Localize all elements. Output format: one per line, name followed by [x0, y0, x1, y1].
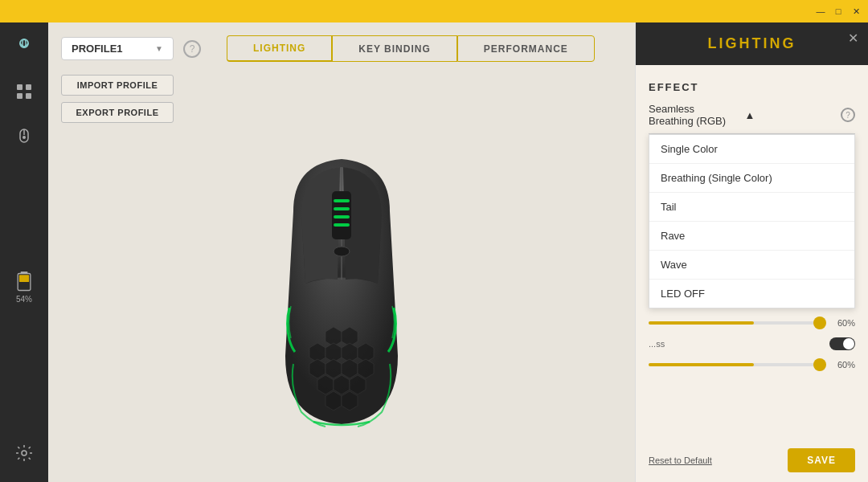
brightness-slider-row: 60% — [649, 318, 855, 328]
tab-lighting[interactable]: LIGHTING — [227, 35, 332, 62]
help-button[interactable]: ? — [183, 40, 201, 58]
top-bar: PROFILE1 ▼ ? LIGHTING KEY BINDING PERFOR… — [61, 35, 622, 62]
panel-close-button[interactable]: ✕ — [848, 32, 858, 45]
svg-point-8 — [23, 136, 26, 139]
effect-section-label: EFFECT — [649, 81, 855, 93]
brightness-slider-track[interactable] — [649, 321, 825, 325]
dropdown-item-breathing-single[interactable]: Breathing (Single Color) — [649, 164, 854, 193]
dropdown-item-wave[interactable]: Wave — [649, 251, 854, 280]
svg-rect-15 — [334, 199, 350, 202]
profile-select[interactable]: PROFILE1 ▼ — [61, 37, 174, 60]
speed-slider-track[interactable] — [649, 363, 825, 366]
panel-body: EFFECT Seamless Breathing (RGB) ▲ ? Sing… — [636, 65, 868, 439]
save-button[interactable]: SAVE — [788, 448, 855, 472]
logo-icon[interactable] — [8, 31, 40, 63]
svg-rect-4 — [17, 93, 23, 99]
tab-key-binding[interactable]: KEY BINDING — [332, 35, 457, 62]
effect-dropdown-menu: Single Color Breathing (Single Color) Ta… — [649, 134, 855, 308]
svg-point-12 — [22, 451, 27, 455]
svg-rect-17 — [334, 215, 350, 219]
speed-slider-fill — [649, 363, 754, 366]
panel-title: LIGHTING — [708, 35, 796, 52]
tab-performance[interactable]: PERFORMANCE — [457, 35, 595, 62]
speed-slider-thumb[interactable] — [813, 358, 826, 371]
brightness-slider-fill — [649, 321, 754, 325]
svg-rect-3 — [26, 84, 31, 90]
title-bar: — □ ✕ — [0, 0, 868, 22]
dropdown-item-tail[interactable]: Tail — [649, 193, 854, 222]
title-bar-controls: — □ ✕ — [815, 6, 862, 17]
nav-tabs: LIGHTING KEY BINDING PERFORMANCE — [227, 35, 595, 62]
sidebar: 54% — [0, 22, 48, 482]
window-close-button[interactable]: ✕ — [850, 6, 862, 17]
dropdown-up-arrow: ▲ — [745, 109, 835, 121]
brightness-slider-thumb[interactable] — [813, 317, 826, 329]
panel-header: LIGHTING ✕ — [636, 22, 868, 65]
mouse-device-icon[interactable] — [8, 120, 40, 153]
maximize-button[interactable]: □ — [833, 6, 844, 17]
svg-rect-5 — [26, 93, 31, 99]
speed-slider-row: 60% — [649, 360, 855, 370]
import-profile-button[interactable]: IMPORT PROFILE — [61, 75, 174, 96]
svg-rect-2 — [17, 84, 23, 90]
seamless-toggle-row: ...ss — [649, 337, 855, 350]
settings-icon[interactable] — [8, 437, 40, 469]
toggle-label: ...ss — [649, 339, 823, 349]
profile-buttons: IMPORT PROFILE EXPORT PROFILE — [61, 75, 622, 123]
dropdown-item-single-color[interactable]: Single Color — [649, 135, 854, 164]
export-profile-button[interactable]: EXPORT PROFILE — [61, 102, 174, 123]
effect-dropdown-trigger[interactable]: Seamless Breathing (RGB) ▲ ? — [649, 103, 855, 134]
battery-info: 54% — [16, 271, 32, 304]
minimize-button[interactable]: — — [815, 6, 826, 17]
profile-name: PROFILE1 — [72, 43, 123, 55]
battery-percent: 54% — [16, 295, 32, 304]
svg-rect-18 — [334, 223, 350, 227]
svg-point-19 — [334, 247, 350, 256]
seamless-toggle[interactable] — [829, 337, 855, 350]
svg-rect-11 — [19, 275, 29, 282]
effect-help-button[interactable]: ? — [841, 108, 855, 122]
dropdown-item-led-off[interactable]: LED OFF — [649, 280, 854, 308]
brightness-value: 60% — [831, 318, 855, 328]
sliders-area: 60% ...ss 60% — [649, 308, 855, 379]
reset-default-button[interactable]: Reset to Default — [649, 455, 712, 465]
profile-dropdown-arrow: ▼ — [155, 44, 163, 53]
panel-footer: Reset to Default SAVE — [636, 439, 868, 482]
svg-rect-16 — [334, 207, 350, 210]
grid-icon[interactable] — [8, 76, 40, 108]
toggle-thumb — [843, 338, 854, 349]
main-content: PROFILE1 ▼ ? LIGHTING KEY BINDING PERFOR… — [48, 22, 635, 482]
mouse-visual — [245, 147, 438, 436]
speed-value: 60% — [831, 360, 855, 370]
right-panel: LIGHTING ✕ EFFECT Seamless Breathing (RG… — [635, 22, 868, 482]
mouse-image-area — [61, 139, 622, 444]
dropdown-item-rave[interactable]: Rave — [649, 222, 854, 251]
selected-effect: Seamless Breathing (RGB) — [649, 103, 739, 127]
